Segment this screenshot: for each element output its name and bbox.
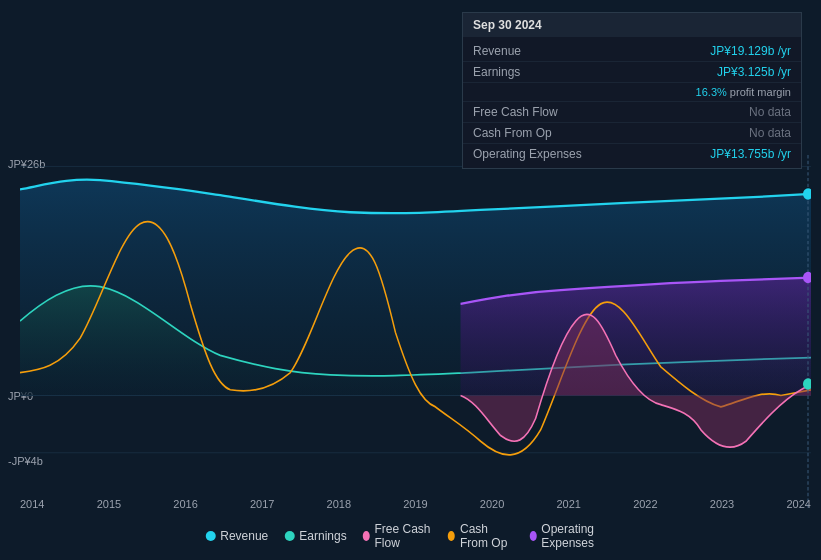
legend-fcf[interactable]: Free Cash Flow bbox=[363, 522, 433, 550]
info-row-revenue: Revenue JP¥19.129b /yr bbox=[463, 41, 801, 62]
x-label-2017: 2017 bbox=[250, 498, 274, 510]
x-label-2018: 2018 bbox=[327, 498, 351, 510]
info-row-margin: 16.3% profit margin bbox=[463, 83, 801, 102]
x-label-2024: 2024 bbox=[786, 498, 810, 510]
legend-label-earnings: Earnings bbox=[299, 529, 346, 543]
legend-label-cfo: Cash From Op bbox=[460, 522, 514, 550]
chart-legend: Revenue Earnings Free Cash Flow Cash Fro… bbox=[205, 522, 616, 550]
legend-dot-earnings bbox=[284, 531, 294, 541]
x-label-2015: 2015 bbox=[97, 498, 121, 510]
x-axis: 2014 2015 2016 2017 2018 2019 2020 2021 … bbox=[20, 498, 811, 510]
revenue-label: Revenue bbox=[473, 44, 603, 58]
legend-revenue[interactable]: Revenue bbox=[205, 529, 268, 543]
x-label-2022: 2022 bbox=[633, 498, 657, 510]
legend-cfo[interactable]: Cash From Op bbox=[448, 522, 513, 550]
info-box: Sep 30 2024 Revenue JP¥19.129b /yr Earni… bbox=[462, 12, 802, 169]
x-label-2014: 2014 bbox=[20, 498, 44, 510]
info-box-body: Revenue JP¥19.129b /yr Earnings JP¥3.125… bbox=[463, 37, 801, 168]
legend-label-revenue: Revenue bbox=[220, 529, 268, 543]
legend-earnings[interactable]: Earnings bbox=[284, 529, 346, 543]
chart-area bbox=[20, 155, 811, 510]
legend-dot-revenue bbox=[205, 531, 215, 541]
info-row-cfo: Cash From Op No data bbox=[463, 123, 801, 144]
legend-dot-fcf bbox=[363, 531, 370, 541]
opex-value: JP¥13.755b /yr bbox=[710, 147, 791, 161]
chart-container: Sep 30 2024 Revenue JP¥19.129b /yr Earni… bbox=[0, 0, 821, 560]
earnings-label: Earnings bbox=[473, 65, 603, 79]
x-label-2023: 2023 bbox=[710, 498, 734, 510]
info-box-header: Sep 30 2024 bbox=[463, 13, 801, 37]
info-row-opex: Operating Expenses JP¥13.755b /yr bbox=[463, 144, 801, 164]
x-label-2020: 2020 bbox=[480, 498, 504, 510]
fcf-label: Free Cash Flow bbox=[473, 105, 603, 119]
cfo-value: No data bbox=[749, 126, 791, 140]
legend-opex[interactable]: Operating Expenses bbox=[529, 522, 615, 550]
info-row-earnings: Earnings JP¥3.125b /yr bbox=[463, 62, 801, 83]
margin-label bbox=[473, 86, 603, 98]
chart-svg bbox=[20, 155, 811, 510]
cfo-label: Cash From Op bbox=[473, 126, 603, 140]
x-label-2016: 2016 bbox=[173, 498, 197, 510]
legend-dot-opex bbox=[529, 531, 536, 541]
info-row-fcf: Free Cash Flow No data bbox=[463, 102, 801, 123]
opex-label: Operating Expenses bbox=[473, 147, 603, 161]
legend-label-fcf: Free Cash Flow bbox=[374, 522, 432, 550]
x-label-2019: 2019 bbox=[403, 498, 427, 510]
margin-value: 16.3% profit margin bbox=[696, 86, 791, 98]
earnings-value: JP¥3.125b /yr bbox=[717, 65, 791, 79]
revenue-value: JP¥19.129b /yr bbox=[710, 44, 791, 58]
fcf-value: No data bbox=[749, 105, 791, 119]
legend-dot-cfo bbox=[448, 531, 455, 541]
legend-label-opex: Operating Expenses bbox=[541, 522, 615, 550]
x-label-2021: 2021 bbox=[556, 498, 580, 510]
